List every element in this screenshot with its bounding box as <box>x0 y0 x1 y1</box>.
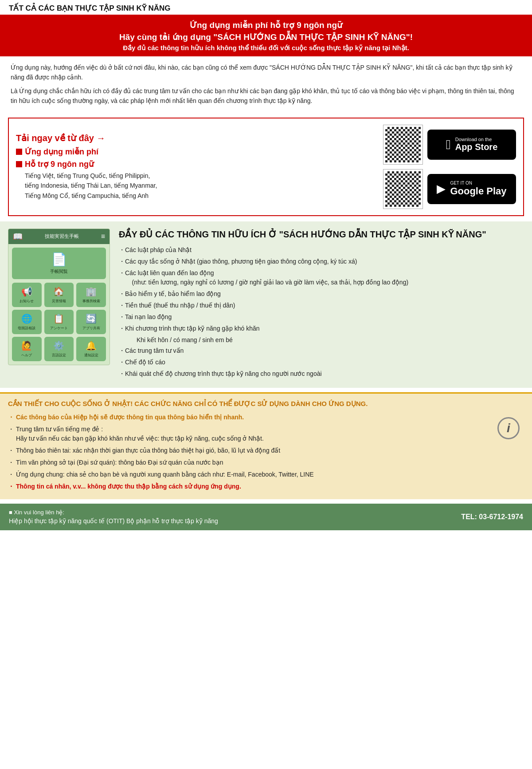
description-section: Ứng dụng này, hướng đến việc dù ở bất cứ… <box>0 56 532 113</box>
orange-title: CẦN THIẾT CHO CUỘC SỐNG Ở NHẬT! CÁC CHỨC… <box>8 399 524 408</box>
footer-left: ■ Xin vui lòng liên hệ: Hiệp hội thực tậ… <box>9 508 218 526</box>
feature-list: ĐẦY ĐỦ CÁC THÔNG TIN HỮU ÍCH Ở "SÁCH HƯỚ… <box>119 229 524 381</box>
orange-item-disaster: ・ Thông báo thiên tai: xác nhận thời gia… <box>8 446 524 455</box>
googleplay-icon: ▶ <box>437 182 446 196</box>
mockup-cell-notify[interactable]: 🔔 通知設定 <box>76 337 106 361</box>
feature-item: Tiền thuế (thuế thu nhập / thuế thị dân) <box>119 301 524 310</box>
orange-item-consult: ・ Trung tâm tư vấn tiếng mẹ đẻ : Hãy tư … <box>8 425 524 443</box>
download-box: Tải ngay về từ đây → Ứng dụng miễn phí H… <box>8 118 524 216</box>
mockup-cell-help[interactable]: 🙋 ヘルプ <box>12 337 42 361</box>
footer-tel-label: TEL: <box>461 513 477 521</box>
banner-line3: Đầy đủ các thông tin hữu ích không thể t… <box>9 44 523 52</box>
mockup-grid: 📢 お知らせ 🏠 災害情報 🏢 事務所検索 🌐 母国語相談 📋 ア <box>12 283 106 361</box>
feature-item: Khi chương trình thực tập kỹ năng gặp kh… <box>119 324 524 333</box>
download-left: Tải ngay về từ đây → Ứng dụng miễn phí H… <box>16 133 383 201</box>
googleplay-small-label: GET IT ON <box>450 181 506 185</box>
appstore-small-label: Download on the <box>455 137 498 142</box>
app-mockup: 📖 技能実習生手帳 ≡ 📄 手帳閲覧 📢 お知らせ 🏠 災害情報 🏢 <box>8 229 110 365</box>
orange-items: i ・ Các thông báo của Hiệp hội sẽ được t… <box>8 413 524 491</box>
feature-item-sub: Khi kết hôn / có mang / sinh em bé <box>119 335 524 345</box>
middle-section: 📖 技能実習生手帳 ≡ 📄 手帳閲覧 📢 お知らせ 🏠 災害情報 🏢 <box>0 221 532 388</box>
qr-inner-appstore <box>385 127 421 162</box>
feature-item: Các trung tâm tư vấn <box>119 346 524 355</box>
red-banner: Ứng dụng miễn phí hỗ trợ 9 ngôn ngữ Hãy … <box>0 16 532 56</box>
orange-item-text: Thông báo thiên tai: xác nhận thời gian … <box>16 446 280 455</box>
orange-item-text: Tìm văn phòng sở tại (Đại sứ quán): thôn… <box>16 458 223 467</box>
free-label: Ứng dụng miễn phí <box>16 147 383 157</box>
googleplay-row: ▶ GET IT ON Google Play <box>383 169 516 209</box>
mockup-doc-icon: 📄 <box>51 252 67 267</box>
banner-line1: Ứng dụng miễn phí hỗ trợ 9 ngôn ngữ <box>9 20 523 30</box>
download-title: Tải ngay về từ đây → <box>16 133 383 143</box>
description-para2: Là Ứng dụng chắc chắn hữu ích có đầy đủ … <box>11 86 521 106</box>
orange-item-text: Trung tâm tư vấn tiếng mẹ đẻ : Hãy tư vấ… <box>16 425 264 443</box>
mockup-cell-share[interactable]: 🔄 アプリ共有 <box>76 310 106 334</box>
googleplay-big-label: Google Play <box>450 185 506 197</box>
appstore-big-label: App Store <box>455 142 498 152</box>
mockup-cell-survey[interactable]: 📋 アンケート <box>44 310 74 334</box>
mockup-main-label: 手帳閲覧 <box>50 268 68 275</box>
appstore-row:  Download on the App Store <box>383 125 516 165</box>
orange-item-embassy: ・ Tìm văn phòng sở tại (Đại sứ quán): th… <box>8 458 524 467</box>
mockup-cell-office[interactable]: 🏢 事務所検索 <box>76 283 106 307</box>
banner-line2: Hãy cùng tải ứng dụng "SÁCH HƯỚNG DẪN TH… <box>9 32 523 42</box>
orange-item-text: Thông tin cá nhân, v.v... không được thu… <box>16 482 241 491</box>
feature-item: Các luật liên quan đến lao động (như: ti… <box>119 268 524 287</box>
mockup-book-icon: 📖 <box>13 232 23 241</box>
red-square-icon <box>16 149 22 155</box>
info-icon: i <box>497 417 520 439</box>
footer-org: Hiệp hội thực tập kỹ năng quốc tế (OTIT)… <box>9 517 218 526</box>
mockup-header: 📖 技能実習生手帳 ≡ <box>8 229 110 244</box>
app-store-button[interactable]:  Download on the App Store <box>427 130 516 160</box>
googleplay-qr <box>383 169 423 209</box>
feature-item: Khái quát chế độ chương trình thực tập k… <box>119 369 524 379</box>
feature-item: Bảo hiểm y tế, bảo hiểm lao động <box>119 289 524 299</box>
feature-item: Chế độ tố cáo <box>119 358 524 367</box>
mockup-cell-consult[interactable]: 🌐 母国語相談 <box>12 310 42 334</box>
lang-list: Tiếng Việt, tiếng Trung Quốc, tiếng Phil… <box>25 171 383 201</box>
page-header-title: TẤT CẢ CÁC BẠN THỰC TẬP SINH KỸ NĂNG <box>9 4 171 12</box>
red-square-icon2 <box>16 161 22 167</box>
apple-icon:  <box>446 137 451 152</box>
footer-label: ■ Xin vui lòng liên hệ: <box>9 508 218 517</box>
mockup-cell-disaster[interactable]: 🏠 災害情報 <box>44 283 74 307</box>
footer-tel: TEL: 03-6712-1974 <box>461 513 523 521</box>
features-ul: Các luật pháp của Nhật Các quy tắc sống … <box>119 245 524 379</box>
lang-label: Hỗ trợ 9 ngôn ngữ <box>16 159 383 169</box>
orange-item-privacy: ・ Thông tin cá nhân, v.v... không được t… <box>8 482 524 491</box>
download-right:  Download on the App Store ▶ GET IT ON … <box>383 125 516 209</box>
mockup-app-title: 技能実習生手帳 <box>45 233 79 240</box>
orange-item-text: Các thông báo của Hiệp hội sẽ được thông… <box>16 413 244 422</box>
feature-item: Tai nạn lao động <box>119 312 524 322</box>
mockup-body: 📄 手帳閲覧 📢 お知らせ 🏠 災害情報 🏢 事務所検索 🌐 <box>8 244 110 365</box>
mockup-menu-icon: ≡ <box>101 233 105 241</box>
page-header: TẤT CẢ CÁC BẠN THỰC TẬP SINH KỸ NĂNG <box>0 0 532 16</box>
orange-item-share: ・ Ứng dụng chung: chia sẻ cho bạn bè và … <box>8 470 524 479</box>
footer: ■ Xin vui lòng liên hệ: Hiệp hội thực tậ… <box>0 504 532 531</box>
google-play-button[interactable]: ▶ GET IT ON Google Play <box>427 174 516 204</box>
orange-item-notification: ・ Các thông báo của Hiệp hội sẽ được thô… <box>8 413 524 422</box>
orange-item-text: Ứng dụng chung: chia sẻ cho bạn bè và ng… <box>16 470 314 479</box>
mockup-main-button[interactable]: 📄 手帳閲覧 <box>12 248 106 279</box>
description-para1: Ứng dụng này, hướng đến việc dù ở bất cứ… <box>11 63 521 83</box>
feature-item: Các quy tắc sống ở Nhật (giao thông, phư… <box>119 257 524 266</box>
mockup-cell-announcement[interactable]: 📢 お知らせ <box>12 283 42 307</box>
orange-section: CẦN THIẾT CHO CUỘC SỐNG Ở NHẬT! CÁC CHỨC… <box>0 392 532 499</box>
mockup-cell-lang-setting[interactable]: ⚙️ 言語設定 <box>44 337 74 361</box>
qr-inner-googleplay <box>385 171 421 207</box>
feature-title: ĐẦY ĐỦ CÁC THÔNG TIN HỮU ÍCH Ở "SÁCH HƯỚ… <box>119 229 524 240</box>
feature-item: Các luật pháp của Nhật <box>119 245 524 255</box>
footer-tel-number: 03-6712-1974 <box>479 513 523 521</box>
appstore-qr <box>383 125 423 165</box>
